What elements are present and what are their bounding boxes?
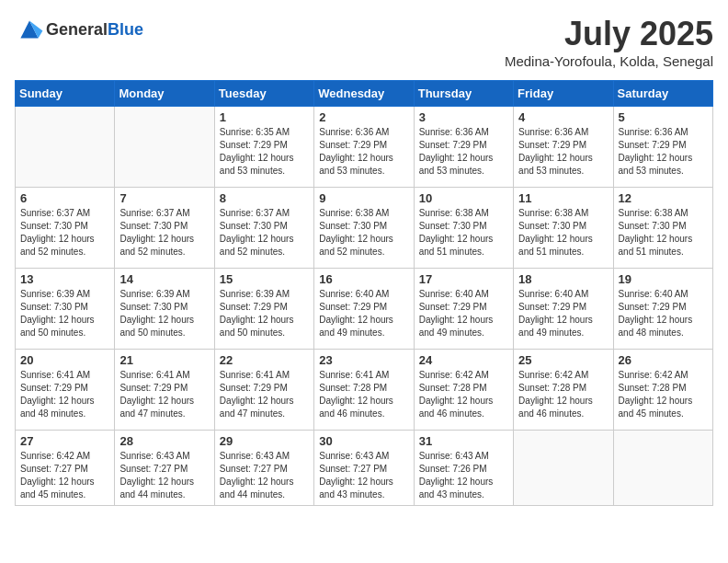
- day-info: Sunrise: 6:43 AM Sunset: 7:27 PM Dayligh…: [319, 450, 408, 501]
- calendar-header: Sunday Monday Tuesday Wednesday Thursday…: [16, 81, 713, 107]
- day-number: 7: [119, 191, 209, 205]
- day-number: 25: [518, 353, 608, 367]
- header-thursday: Thursday: [414, 81, 513, 107]
- day-number: 1: [220, 110, 309, 124]
- day-info: Sunrise: 6:41 AM Sunset: 7:29 PM Dayligh…: [119, 369, 209, 420]
- day-cell: 28Sunrise: 6:43 AM Sunset: 7:27 PM Dayli…: [115, 431, 214, 506]
- day-info: Sunrise: 6:36 AM Sunset: 7:29 PM Dayligh…: [319, 126, 408, 178]
- day-number: 20: [20, 353, 109, 367]
- day-cell: 24Sunrise: 6:42 AM Sunset: 7:28 PM Dayli…: [414, 350, 513, 431]
- day-number: 27: [20, 434, 109, 448]
- day-number: 6: [20, 191, 109, 205]
- day-cell: 26Sunrise: 6:42 AM Sunset: 7:28 PM Dayli…: [613, 350, 712, 431]
- day-number: 10: [419, 191, 508, 205]
- day-number: 14: [119, 272, 209, 286]
- day-cell: 10Sunrise: 6:38 AM Sunset: 7:30 PM Dayli…: [414, 188, 513, 269]
- day-cell: 13Sunrise: 6:39 AM Sunset: 7:30 PM Dayli…: [16, 269, 115, 350]
- header-sunday: Sunday: [16, 81, 115, 107]
- day-cell: 19Sunrise: 6:40 AM Sunset: 7:29 PM Dayli…: [613, 269, 712, 350]
- weekday-row: Sunday Monday Tuesday Wednesday Thursday…: [16, 81, 713, 107]
- day-number: 23: [319, 353, 408, 367]
- week-row-4: 20Sunrise: 6:41 AM Sunset: 7:29 PM Dayli…: [16, 350, 713, 431]
- day-number: 3: [419, 110, 508, 124]
- day-cell: [115, 107, 214, 188]
- day-number: 11: [518, 191, 608, 205]
- day-number: 22: [220, 353, 309, 367]
- page-header: GeneralBlue July 2025 Medina-Yorofoula, …: [15, 15, 713, 69]
- day-info: Sunrise: 6:37 AM Sunset: 7:30 PM Dayligh…: [20, 207, 109, 259]
- day-info: Sunrise: 6:36 AM Sunset: 7:29 PM Dayligh…: [518, 126, 608, 178]
- day-info: Sunrise: 6:40 AM Sunset: 7:29 PM Dayligh…: [319, 288, 408, 339]
- day-cell: 17Sunrise: 6:40 AM Sunset: 7:29 PM Dayli…: [414, 269, 513, 350]
- day-info: Sunrise: 6:38 AM Sunset: 7:30 PM Dayligh…: [419, 207, 508, 259]
- day-cell: 25Sunrise: 6:42 AM Sunset: 7:28 PM Dayli…: [514, 350, 613, 431]
- day-cell: 18Sunrise: 6:40 AM Sunset: 7:29 PM Dayli…: [514, 269, 613, 350]
- week-row-2: 6Sunrise: 6:37 AM Sunset: 7:30 PM Daylig…: [16, 188, 713, 269]
- day-cell: 5Sunrise: 6:36 AM Sunset: 7:29 PM Daylig…: [613, 107, 712, 188]
- day-cell: 2Sunrise: 6:36 AM Sunset: 7:29 PM Daylig…: [314, 107, 414, 188]
- day-cell: 14Sunrise: 6:39 AM Sunset: 7:30 PM Dayli…: [115, 269, 214, 350]
- logo-general: General: [46, 20, 108, 39]
- header-friday: Friday: [514, 81, 613, 107]
- day-cell: [514, 431, 613, 506]
- header-monday: Monday: [115, 81, 214, 107]
- day-info: Sunrise: 6:37 AM Sunset: 7:30 PM Dayligh…: [220, 207, 309, 259]
- day-cell: 31Sunrise: 6:43 AM Sunset: 7:26 PM Dayli…: [414, 431, 513, 506]
- day-cell: 11Sunrise: 6:38 AM Sunset: 7:30 PM Dayli…: [514, 188, 613, 269]
- day-info: Sunrise: 6:40 AM Sunset: 7:29 PM Dayligh…: [419, 288, 508, 339]
- day-number: 28: [119, 434, 209, 448]
- logo-icon: [15, 15, 44, 44]
- day-number: 21: [119, 353, 209, 367]
- day-cell: 16Sunrise: 6:40 AM Sunset: 7:29 PM Dayli…: [314, 269, 414, 350]
- day-cell: [16, 107, 115, 188]
- day-cell: 29Sunrise: 6:43 AM Sunset: 7:27 PM Dayli…: [214, 431, 313, 506]
- logo-blue: Blue: [108, 20, 143, 39]
- day-info: Sunrise: 6:38 AM Sunset: 7:30 PM Dayligh…: [619, 207, 708, 259]
- day-number: 4: [518, 110, 608, 124]
- day-info: Sunrise: 6:39 AM Sunset: 7:30 PM Dayligh…: [119, 288, 209, 339]
- day-cell: 3Sunrise: 6:36 AM Sunset: 7:29 PM Daylig…: [414, 107, 513, 188]
- day-cell: 9Sunrise: 6:38 AM Sunset: 7:30 PM Daylig…: [314, 188, 414, 269]
- day-cell: 12Sunrise: 6:38 AM Sunset: 7:30 PM Dayli…: [613, 188, 712, 269]
- day-info: Sunrise: 6:42 AM Sunset: 7:27 PM Dayligh…: [20, 450, 109, 501]
- day-number: 24: [419, 353, 508, 367]
- month-year: July 2025: [505, 15, 713, 53]
- logo: GeneralBlue: [15, 15, 143, 44]
- day-number: 8: [220, 191, 309, 205]
- day-cell: 22Sunrise: 6:41 AM Sunset: 7:29 PM Dayli…: [214, 350, 313, 431]
- day-info: Sunrise: 6:36 AM Sunset: 7:29 PM Dayligh…: [619, 126, 708, 178]
- day-cell: 8Sunrise: 6:37 AM Sunset: 7:30 PM Daylig…: [214, 188, 313, 269]
- title-block: July 2025 Medina-Yorofoula, Kolda, Seneg…: [505, 15, 713, 69]
- day-info: Sunrise: 6:42 AM Sunset: 7:28 PM Dayligh…: [619, 369, 708, 420]
- day-number: 19: [619, 272, 708, 286]
- day-number: 30: [319, 434, 408, 448]
- day-info: Sunrise: 6:40 AM Sunset: 7:29 PM Dayligh…: [619, 288, 708, 339]
- day-cell: 15Sunrise: 6:39 AM Sunset: 7:29 PM Dayli…: [214, 269, 313, 350]
- day-number: 18: [518, 272, 608, 286]
- day-cell: 20Sunrise: 6:41 AM Sunset: 7:29 PM Dayli…: [16, 350, 115, 431]
- day-number: 2: [319, 110, 408, 124]
- header-tuesday: Tuesday: [214, 81, 313, 107]
- logo-text: GeneralBlue: [46, 20, 143, 40]
- week-row-1: 1Sunrise: 6:35 AM Sunset: 7:29 PM Daylig…: [16, 107, 713, 188]
- day-info: Sunrise: 6:41 AM Sunset: 7:28 PM Dayligh…: [319, 369, 408, 420]
- day-number: 5: [619, 110, 708, 124]
- location: Medina-Yorofoula, Kolda, Senegal: [505, 53, 713, 69]
- day-cell: 6Sunrise: 6:37 AM Sunset: 7:30 PM Daylig…: [16, 188, 115, 269]
- day-number: 13: [20, 272, 109, 286]
- day-info: Sunrise: 6:41 AM Sunset: 7:29 PM Dayligh…: [20, 369, 109, 420]
- day-info: Sunrise: 6:43 AM Sunset: 7:27 PM Dayligh…: [220, 450, 309, 501]
- day-info: Sunrise: 6:36 AM Sunset: 7:29 PM Dayligh…: [419, 126, 508, 178]
- day-info: Sunrise: 6:37 AM Sunset: 7:30 PM Dayligh…: [119, 207, 209, 259]
- day-cell: 30Sunrise: 6:43 AM Sunset: 7:27 PM Dayli…: [314, 431, 414, 506]
- day-info: Sunrise: 6:38 AM Sunset: 7:30 PM Dayligh…: [319, 207, 408, 259]
- day-info: Sunrise: 6:35 AM Sunset: 7:29 PM Dayligh…: [220, 126, 309, 178]
- day-number: 15: [220, 272, 309, 286]
- calendar-body: 1Sunrise: 6:35 AM Sunset: 7:29 PM Daylig…: [16, 107, 713, 506]
- day-info: Sunrise: 6:43 AM Sunset: 7:27 PM Dayligh…: [119, 450, 209, 501]
- day-info: Sunrise: 6:42 AM Sunset: 7:28 PM Dayligh…: [419, 369, 508, 420]
- header-wednesday: Wednesday: [314, 81, 414, 107]
- day-info: Sunrise: 6:38 AM Sunset: 7:30 PM Dayligh…: [518, 207, 608, 259]
- calendar-table: Sunday Monday Tuesday Wednesday Thursday…: [15, 80, 713, 506]
- day-number: 26: [619, 353, 708, 367]
